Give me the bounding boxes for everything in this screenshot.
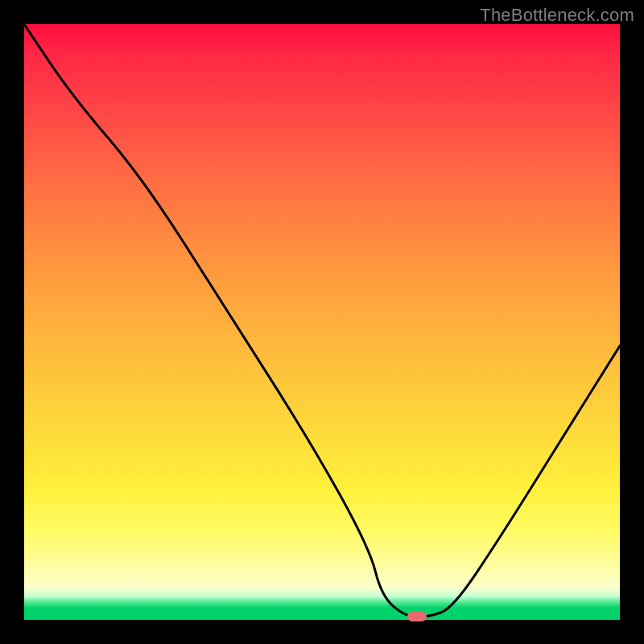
plot-area — [24, 24, 620, 620]
watermark-text: TheBottleneck.com — [480, 5, 634, 26]
chart-frame: TheBottleneck.com — [0, 0, 644, 644]
optimal-point-marker — [407, 612, 427, 621]
bottleneck-curve — [24, 24, 620, 620]
